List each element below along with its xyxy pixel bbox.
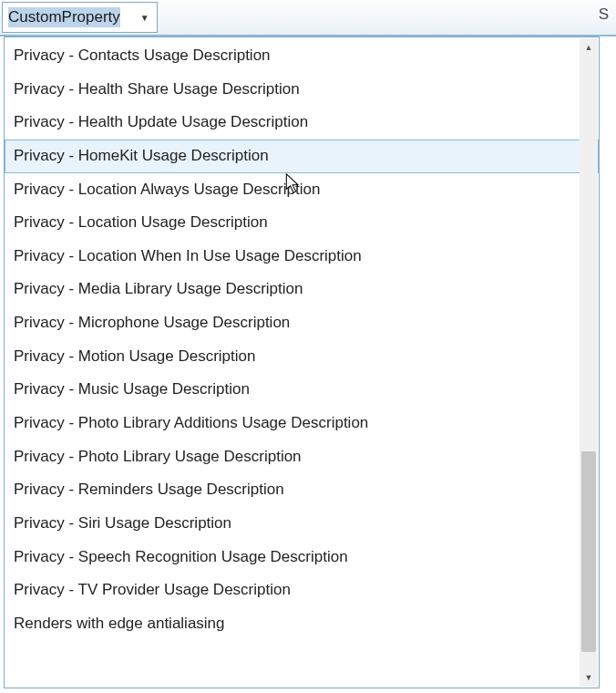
list-item[interactable]: Privacy - Music Usage Description	[5, 373, 599, 407]
chevron-down-icon: ▼	[140, 13, 149, 23]
list-item[interactable]: Privacy - Contacts Usage Description	[5, 39, 599, 73]
list-item[interactable]: Privacy - HomeKit Usage Description	[5, 140, 599, 173]
combobox-selected-text: CustomProperty	[8, 7, 120, 27]
property-combobox[interactable]: CustomProperty ▼	[2, 2, 158, 33]
list-item[interactable]: Privacy - Siri Usage Description	[5, 507, 599, 541]
list-item[interactable]: Privacy - Location When In Use Usage Des…	[5, 240, 599, 274]
scrollbar-track[interactable]: ▲ ▼	[580, 38, 598, 687]
list-item[interactable]: Privacy - Health Update Usage Descriptio…	[5, 106, 599, 140]
list-item[interactable]: Privacy - Media Library Usage Descriptio…	[5, 273, 599, 306]
list-item[interactable]: Privacy - Health Share Usage Description	[5, 73, 599, 107]
list-item[interactable]: Renders with edge antialiasing	[5, 607, 599, 641]
scrollbar-thumb[interactable]	[581, 451, 596, 652]
header-spacer	[158, 0, 616, 35]
header-right-fragment: S	[599, 5, 609, 24]
list-item[interactable]: Privacy - Photo Library Usage Descriptio…	[5, 440, 599, 474]
list-item[interactable]: Privacy - Reminders Usage Description	[5, 473, 599, 507]
property-header-row: CustomProperty ▼ S	[0, 0, 616, 36]
list-item[interactable]: Privacy - Photo Library Additions Usage …	[5, 407, 599, 440]
list-item[interactable]: Privacy - Location Usage Description	[5, 206, 599, 240]
list-item[interactable]: Privacy - Microphone Usage Description	[5, 306, 599, 340]
property-dropdown-list[interactable]: Privacy - Contacts Usage DescriptionPriv…	[4, 36, 600, 688]
list-item[interactable]: Privacy - Location Always Usage Descript…	[5, 173, 599, 207]
list-item[interactable]: Privacy - Motion Usage Description	[5, 340, 599, 374]
list-item[interactable]: Privacy - Speech Recognition Usage Descr…	[5, 541, 599, 574]
scroll-down-button[interactable]: ▼	[580, 668, 598, 687]
list-item[interactable]: Privacy - TV Provider Usage Description	[5, 574, 599, 607]
scroll-up-button[interactable]: ▲	[580, 38, 598, 57]
